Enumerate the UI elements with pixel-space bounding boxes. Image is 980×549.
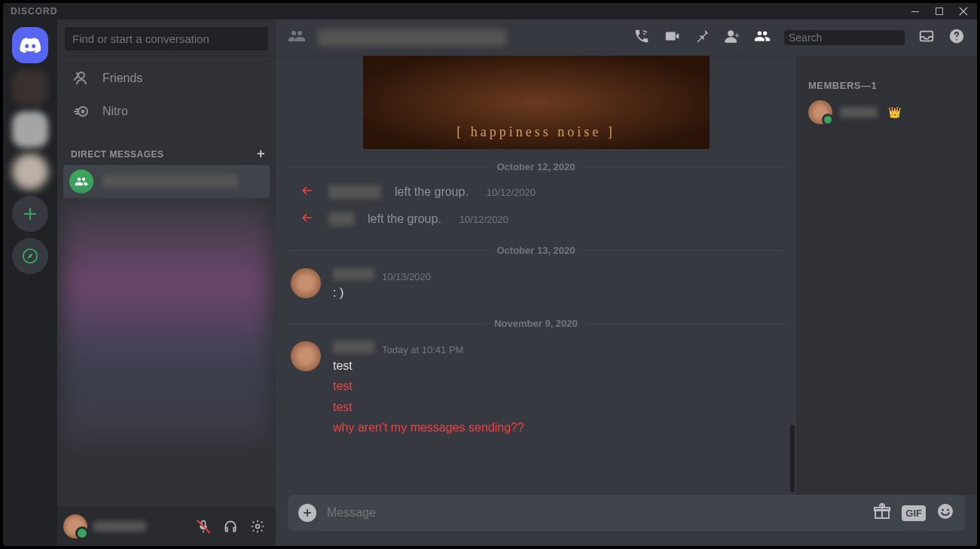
nitro-nav[interactable]: Nitro [63,95,270,128]
dm-list-blurred [63,203,270,444]
system-username [328,185,381,199]
new-dm-button[interactable]: + [257,146,265,162]
pinned-messages-button[interactable] [694,28,710,47]
message-avatar[interactable] [291,341,321,371]
deafen-button[interactable] [218,514,243,538]
settings-button[interactable] [246,514,270,538]
start-voice-call-button[interactable] [633,28,650,47]
date-divider: November 9, 2020 [288,318,784,329]
self-avatar[interactable] [63,514,87,538]
nitro-icon [72,102,90,120]
date-divider: October 13, 2020 [288,245,784,256]
attach-button[interactable] [298,504,316,522]
nitro-label: Nitro [102,105,128,118]
message-text-failed: why aren't my messages sending?? [333,417,784,438]
system-username [328,212,354,226]
search-input[interactable] [789,32,920,44]
left-arrow-icon [300,183,315,201]
message-text: test [333,355,784,376]
scrollbar[interactable] [790,267,795,493]
dm-conversation[interactable] [63,165,270,198]
server-list [3,20,57,546]
titlebar: DISCORD [3,3,977,20]
at-icon [288,27,306,48]
system-date: 10/12/2020 [487,187,536,198]
close-button[interactable] [953,4,974,19]
system-date: 10/12/2020 [459,214,508,225]
svg-point-12 [942,509,944,511]
svg-rect-1 [936,8,943,15]
chat-title [318,29,506,46]
inbox-button[interactable] [918,28,935,47]
emoji-button[interactable] [936,502,954,523]
message-composer: GIF [288,495,965,531]
maximize-button[interactable] [929,4,950,19]
message-author[interactable] [333,341,374,353]
system-text: left the group. [368,212,441,226]
home-button[interactable] [12,27,48,63]
dm-header-label: DIRECT MESSAGES [71,149,164,160]
message-text-failed: test [333,397,784,417]
svg-point-11 [938,504,953,519]
chat-header [276,20,977,56]
system-text: left the group. [395,185,469,199]
member-name [840,107,878,117]
dm-name [102,175,238,188]
search-bar[interactable] [784,30,905,45]
start-video-call-button[interactable] [664,28,680,47]
message-group: Today at 10:41 PM test test test why are… [288,335,784,441]
svg-point-4 [81,110,85,114]
svg-point-13 [947,509,949,511]
message-author[interactable] [333,268,374,280]
message-group: 10/13/2020 : ) [288,262,784,306]
message-timestamp: Today at 10:41 PM [382,344,463,355]
left-arrow-icon [300,210,315,228]
gif-button[interactable]: GIF [902,505,926,521]
add-friends-button[interactable] [724,28,740,47]
message-text: : ) [333,282,784,303]
message-input[interactable] [327,506,862,520]
svg-point-5 [256,525,260,529]
svg-rect-0 [911,11,919,12]
message-text-failed: test [333,376,784,396]
friends-icon [72,69,90,87]
member-avatar [808,100,832,124]
friends-nav[interactable]: Friends [63,62,270,95]
members-header: MEMBERS—1 [802,68,971,97]
embed-caption: [ happiness noise ] [456,124,615,149]
help-button[interactable] [948,28,965,47]
date-divider: October 12, 2020 [288,161,784,172]
user-panel [57,507,276,546]
self-username [93,521,146,532]
message-avatar[interactable] [291,268,321,298]
message-list: [ happiness noise ] October 12, 2020 lef… [276,56,796,495]
friends-label: Friends [102,72,142,85]
minimize-button[interactable] [905,4,926,19]
server-item[interactable] [12,111,48,148]
message-timestamp: 10/13/2020 [382,271,431,282]
mute-button[interactable] [191,514,215,538]
explore-button[interactable] [12,238,48,274]
dm-sidebar: Friends Nitro DIRECT MESSAGES + [57,20,276,546]
chat-area: [ happiness noise ] October 12, 2020 lef… [276,20,977,546]
group-avatar-icon [69,169,93,194]
system-message: left the group. 10/12/2020 [288,206,784,233]
quick-switcher[interactable] [65,27,268,50]
app-name: DISCORD [11,6,57,17]
system-message: left the group. 10/12/2020 [288,178,784,206]
add-server-button[interactable] [12,196,48,232]
server-item[interactable] [12,69,48,105]
members-panel: MEMBERS—1 👑 [796,56,977,495]
member-item[interactable]: 👑 [802,97,971,127]
owner-crown-icon: 👑 [888,106,901,118]
server-item[interactable] [12,154,48,190]
gift-button[interactable] [873,502,891,523]
embed-image[interactable]: [ happiness noise ] [363,56,710,149]
toggle-members-button[interactable] [754,28,771,47]
